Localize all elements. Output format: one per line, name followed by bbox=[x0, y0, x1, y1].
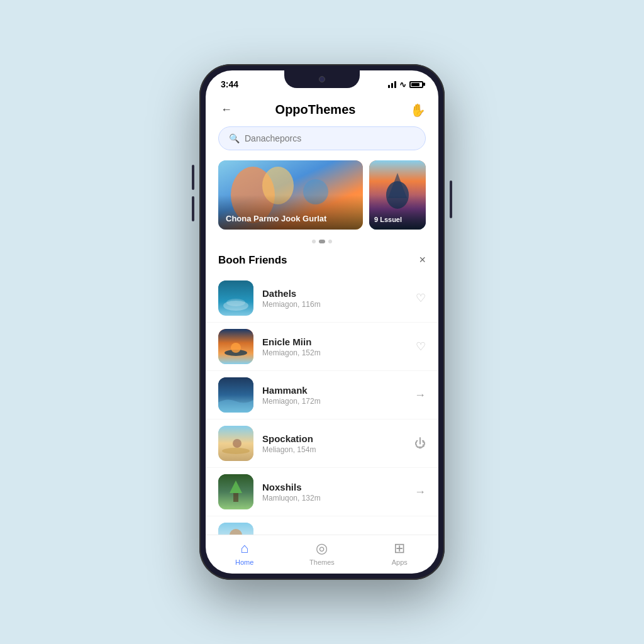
arrow-button[interactable]: → bbox=[414, 486, 426, 499]
svg-point-16 bbox=[233, 439, 242, 448]
item-sub: Mamluqon, 132m bbox=[262, 494, 406, 502]
themes-icon: ◎ bbox=[316, 540, 328, 557]
banner-gradient bbox=[218, 195, 363, 230]
thumb-svg-1 bbox=[218, 280, 253, 316]
dot-2 bbox=[319, 240, 325, 243]
item-name: Hammank bbox=[262, 385, 406, 396]
heart-button[interactable]: ♡ bbox=[416, 291, 426, 305]
banner-carousel: Chona Parmo Jook Gurlat bbox=[206, 160, 438, 240]
banner-side-gradient bbox=[369, 195, 426, 230]
app-header: ← OppoThemes ✋ bbox=[206, 96, 438, 126]
svg-point-12 bbox=[231, 343, 241, 353]
list-item[interactable]: Hammank Memiagon, 172m → bbox=[206, 371, 438, 419]
section-header: Booh Friends × bbox=[206, 251, 438, 274]
item-sub: Memiagon, 172m bbox=[262, 397, 406, 406]
volume-up-button bbox=[192, 165, 194, 190]
item-sub: Memiagon, 152m bbox=[262, 348, 407, 357]
thumb-svg-5 bbox=[218, 474, 253, 509]
svg-rect-18 bbox=[233, 493, 238, 502]
thumb-svg-6 bbox=[218, 523, 253, 535]
item-info: Hammank Memiagon, 172m bbox=[262, 385, 406, 406]
phone-device: 3:44 ∿ ← OppoThemes ✋ 🔍 bbox=[199, 64, 445, 580]
bottom-nav: ⌂ Home ◎ Themes ⊞ Apps bbox=[206, 535, 438, 574]
hand-icon[interactable]: ✋ bbox=[410, 103, 426, 118]
power-button[interactable]: ⏻ bbox=[414, 437, 426, 450]
dot-3 bbox=[328, 240, 332, 243]
status-time: 3:44 bbox=[221, 79, 238, 89]
item-info: Enicle Miin Memiagon, 152m bbox=[262, 336, 407, 357]
banner-card-side[interactable]: 9 Lssuel bbox=[369, 160, 426, 230]
wifi-icon: ∿ bbox=[399, 80, 406, 89]
item-name: Noxshils bbox=[262, 482, 406, 492]
carousel-dots bbox=[206, 240, 438, 243]
power-side-button bbox=[450, 180, 452, 218]
nav-label-home: Home bbox=[235, 558, 253, 566]
search-container: 🔍 bbox=[206, 126, 438, 160]
search-input[interactable] bbox=[245, 133, 415, 143]
item-thumbnail bbox=[218, 474, 253, 509]
volume-down-button bbox=[192, 196, 194, 221]
banner-main-text: Chona Parmo Jook Gurlat bbox=[226, 214, 355, 223]
banner-side-text: 9 Lssuel bbox=[374, 216, 421, 223]
item-name: Dathels bbox=[262, 288, 407, 299]
item-name: Spockation bbox=[262, 433, 406, 444]
list-item[interactable]: Dathels Memiagon, 116m ♡ bbox=[206, 274, 438, 323]
nav-item-apps[interactable]: ⊞ Apps bbox=[361, 540, 438, 566]
nav-label-themes: Themes bbox=[309, 558, 335, 566]
list-item[interactable]: Noxshils Mamluqon, 132m → bbox=[206, 468, 438, 516]
item-list: Dathels Memiagon, 116m ♡ bbox=[206, 274, 438, 535]
item-thumbnail bbox=[218, 523, 253, 535]
nav-item-themes[interactable]: ◎ Themes bbox=[283, 540, 360, 566]
apps-icon: ⊞ bbox=[394, 540, 405, 557]
svg-point-15 bbox=[222, 448, 250, 454]
item-name: Enicle Miin bbox=[262, 336, 407, 347]
list-item[interactable]: Trunlln — bbox=[206, 516, 438, 535]
item-info: Spockation Meliagon, 154m bbox=[262, 433, 406, 454]
svg-point-9 bbox=[226, 299, 245, 306]
home-icon: ⌂ bbox=[240, 540, 248, 557]
search-bar[interactable]: 🔍 bbox=[218, 126, 426, 150]
back-button[interactable]: ← bbox=[218, 101, 235, 119]
search-icon: 🔍 bbox=[229, 133, 240, 143]
item-sub: Memiagon, 116m bbox=[262, 300, 407, 309]
front-camera bbox=[319, 76, 325, 82]
thumb-svg-3 bbox=[218, 377, 253, 413]
section-title: Booh Friends bbox=[218, 254, 287, 267]
section-close-button[interactable]: × bbox=[419, 253, 426, 267]
battery-icon bbox=[409, 81, 423, 88]
item-thumbnail bbox=[218, 377, 253, 413]
phone-screen: 3:44 ∿ ← OppoThemes ✋ 🔍 bbox=[206, 70, 438, 574]
app-title: OppoThemes bbox=[240, 103, 391, 117]
thumb-svg-2 bbox=[218, 329, 253, 364]
heart-button[interactable]: ♡ bbox=[416, 340, 426, 353]
item-thumbnail bbox=[218, 280, 253, 316]
item-info: Noxshils Mamluqon, 132m bbox=[262, 482, 406, 502]
nav-item-home[interactable]: ⌂ Home bbox=[206, 540, 283, 566]
banner-card-main[interactable]: Chona Parmo Jook Gurlat bbox=[218, 160, 363, 230]
item-thumbnail bbox=[218, 329, 253, 364]
notch bbox=[284, 70, 360, 88]
list-item[interactable]: Spockation Meliagon, 154m ⏻ bbox=[206, 419, 438, 468]
nav-label-apps: Apps bbox=[392, 558, 408, 566]
status-icons: ∿ bbox=[388, 80, 423, 89]
battery-fill bbox=[411, 83, 419, 86]
signal-icon bbox=[388, 81, 396, 88]
item-thumbnail bbox=[218, 426, 253, 461]
item-sub: Meliagon, 154m bbox=[262, 445, 406, 454]
dot-1 bbox=[312, 240, 316, 243]
item-info: Dathels Memiagon, 116m bbox=[262, 288, 407, 309]
arrow-button[interactable]: → bbox=[414, 389, 426, 402]
list-item[interactable]: Enicle Miin Memiagon, 152m ♡ bbox=[206, 323, 438, 371]
thumb-svg-4 bbox=[218, 426, 253, 461]
